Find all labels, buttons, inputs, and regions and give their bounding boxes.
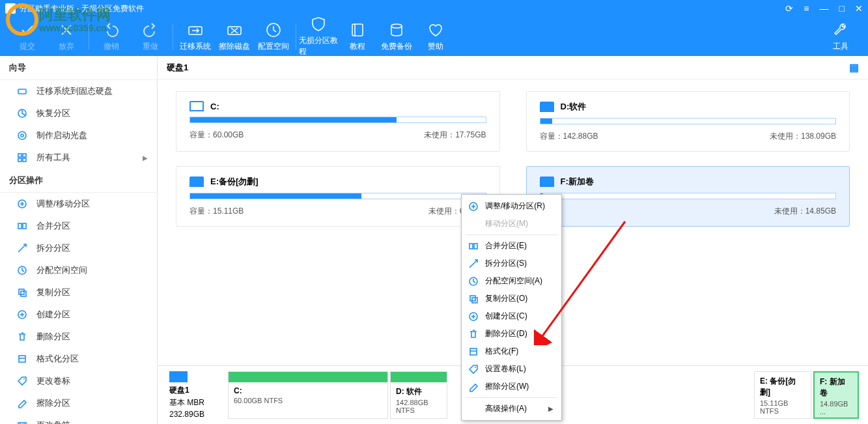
heart-icon: [427, 21, 444, 38]
wizard-item-2[interactable]: 制作启动光盘: [0, 124, 157, 147]
op-item-5[interactable]: 创建分区: [0, 304, 157, 326]
menu-item-9[interactable]: 格式化(F): [462, 343, 561, 360]
sidebar: 向导 迁移系统到固态硬盘恢复分区制作启动光盘所有工具▶ 分区操作 调整/移动分区…: [0, 56, 158, 424]
tools-button[interactable]: 工具: [821, 18, 860, 55]
menu-item-4[interactable]: 拆分分区(S): [462, 255, 561, 272]
menu-item-6[interactable]: 复制分区(O): [462, 290, 561, 307]
erase-icon: [17, 398, 27, 408]
sponsor-button[interactable]: 赞助: [416, 18, 455, 55]
book-icon: [349, 21, 366, 38]
menu-item-5[interactable]: 分配空闲空间(A): [462, 272, 561, 290]
menu-item-11[interactable]: 擦除分区(W): [462, 378, 561, 395]
partition-card-0[interactable]: C:容量：60.00GB未使用：17.75GB: [176, 91, 500, 152]
svg-rect-20: [23, 223, 26, 229]
backup-button[interactable]: 免费备份: [377, 18, 416, 55]
clock-icon: [468, 276, 479, 287]
bottom-disk-info: 硬盘1 基本 MBR 232.89GB: [167, 371, 225, 419]
trash-icon: [468, 329, 479, 339]
erase-icon: [468, 382, 479, 392]
pie-icon: [17, 108, 27, 119]
discard-button[interactable]: 放弃: [47, 18, 86, 55]
bottom-part-0[interactable]: C:60.00GB NTFS: [228, 371, 388, 419]
resize-icon: [468, 201, 479, 212]
merge-icon: [17, 221, 27, 231]
resize-icon: [17, 199, 27, 209]
usage-bar: [540, 193, 837, 199]
menu-item-8[interactable]: 删除分区(D): [462, 325, 561, 343]
op-item-10[interactable]: 更改盘符: [0, 414, 157, 424]
minimize-icon[interactable]: —: [820, 3, 829, 14]
close-icon[interactable]: ✕: [855, 3, 863, 14]
usage-bar: [189, 117, 486, 123]
svg-rect-10: [18, 89, 26, 94]
bottom-part-1[interactable]: D: 软件142.88GB NTFS: [390, 371, 447, 419]
allocate-button[interactable]: 配置空间: [254, 18, 293, 55]
blank-icon: [468, 404, 479, 414]
svg-rect-22: [19, 289, 24, 294]
database-icon: [388, 21, 405, 38]
letter-icon: [17, 420, 27, 424]
svg-point-36: [475, 367, 476, 368]
wizard-item-3[interactable]: 所有工具▶: [0, 147, 157, 169]
wipe-button[interactable]: 擦除磁盘: [215, 18, 254, 55]
maximize-icon[interactable]: □: [839, 3, 845, 14]
op-item-7[interactable]: 格式化分区: [0, 348, 157, 370]
wizard-item-1[interactable]: 恢复分区: [0, 102, 157, 124]
partition-card-1[interactable]: D:软件容量：142.88GB未使用：138.09GB: [526, 91, 850, 152]
ssd-icon: [17, 86, 27, 96]
partition-card-3[interactable]: F:新加卷容量：未使用：14.85GB: [526, 166, 850, 227]
menu-item-13[interactable]: 高级操作(A)▶: [462, 400, 561, 417]
shield-icon: [310, 16, 327, 33]
op-item-3[interactable]: 分配空闲空间: [0, 259, 157, 281]
menu-item-10[interactable]: 设置卷标(L): [462, 360, 561, 378]
bottom-part-2[interactable]: E: 备份[勿删]15.11GB NTFS: [754, 371, 811, 419]
usage-bar: [189, 193, 486, 199]
redo-button[interactable]: 重做: [131, 18, 170, 55]
trash-icon: [17, 332, 27, 342]
svg-point-13: [21, 134, 23, 137]
migrate-button[interactable]: 迁移系统: [176, 18, 215, 55]
format-icon: [17, 354, 27, 364]
op-item-9[interactable]: 擦除分区: [0, 392, 157, 414]
ops-head: 分区操作: [0, 169, 157, 193]
undo-button[interactable]: 撤销: [92, 18, 131, 55]
check-icon: [19, 21, 36, 38]
app-icon: [5, 3, 16, 14]
wizard-head: 向导: [0, 56, 157, 80]
svg-rect-33: [472, 298, 477, 303]
svg-rect-25: [19, 356, 25, 362]
op-item-4[interactable]: 复制分区: [0, 281, 157, 304]
clock-icon: [265, 21, 282, 38]
x-icon: [58, 21, 75, 38]
drive-icon: [189, 177, 204, 187]
menu-item-3[interactable]: 合并分区(E): [462, 237, 561, 255]
copy-icon: [17, 287, 27, 298]
svg-rect-16: [18, 158, 21, 162]
refresh-icon[interactable]: ⟳: [785, 3, 793, 14]
split-icon: [17, 243, 27, 253]
blank-icon: [468, 219, 479, 229]
svg-rect-30: [474, 244, 477, 249]
menu-item-0[interactable]: 调整/移动分区(R): [462, 197, 561, 215]
bottom-part-3[interactable]: F: 新加卷14.89GB ...: [813, 371, 859, 419]
svg-rect-19: [18, 223, 21, 229]
op-item-0[interactable]: 调整/移动分区: [0, 193, 157, 215]
redo-icon: [142, 21, 159, 38]
format-icon: [468, 346, 479, 357]
commit-button[interactable]: 提交: [8, 18, 47, 55]
wizard-item-0[interactable]: 迁移系统到固态硬盘: [0, 80, 157, 102]
op-item-6[interactable]: 删除分区: [0, 326, 157, 348]
wipe-icon: [226, 21, 243, 38]
tutorial-button[interactable]: 无损分区教程: [299, 18, 338, 55]
op-item-2[interactable]: 拆分分区: [0, 237, 157, 259]
svg-rect-15: [23, 154, 26, 157]
partition-card-2[interactable]: E:备份[勿删]容量：15.11GB未使用：6.34GB: [176, 166, 500, 227]
menu-item-7[interactable]: 创建分区(C): [462, 307, 561, 325]
op-item-1[interactable]: 合并分区: [0, 215, 157, 237]
svg-rect-29: [469, 244, 473, 249]
menu-icon[interactable]: ≡: [804, 3, 809, 14]
help-button[interactable]: 教程: [338, 18, 377, 55]
svg-rect-17: [23, 158, 26, 162]
op-item-8[interactable]: 更改卷标: [0, 370, 157, 392]
view-switch-icon[interactable]: ▦: [849, 61, 859, 74]
